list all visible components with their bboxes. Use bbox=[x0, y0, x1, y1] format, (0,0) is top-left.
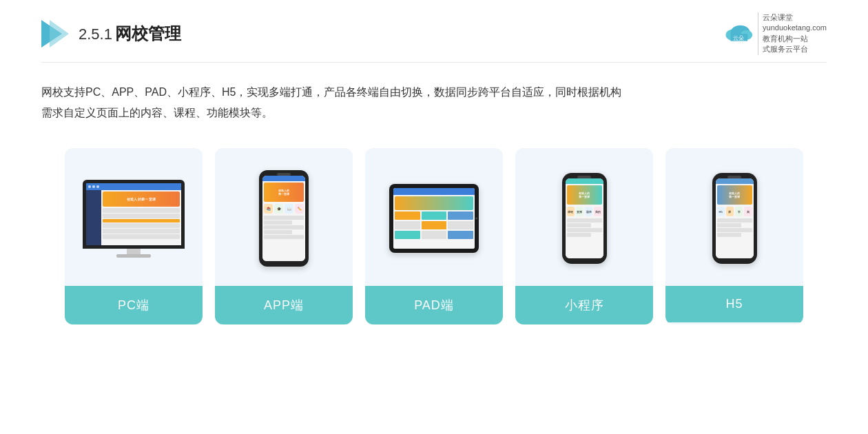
phone-mockup-mini: 创造人的第一堂课 课程 直播 题库 我的 bbox=[562, 173, 607, 264]
description-line2: 需求自定义页面上的内容、课程、功能模块等。 bbox=[41, 103, 827, 123]
svg-marker-1 bbox=[50, 20, 69, 48]
card-pc-image: 创造人的第一堂课 bbox=[65, 148, 203, 286]
title-number: 2.5.1 bbox=[79, 25, 112, 43]
tablet-mockup bbox=[389, 184, 479, 253]
card-pc: 创造人的第一堂课 bbox=[65, 148, 203, 324]
card-miniprogram: 创造人的第一堂课 课程 直播 题库 我的 bbox=[515, 148, 653, 324]
card-miniprogram-label: 小程序 bbox=[515, 286, 653, 324]
brand-name: 云朵课堂 bbox=[763, 12, 827, 23]
card-app-image: 创造人的第一堂课 📚 🎓 📖 ✏️ bbox=[215, 148, 353, 286]
card-pc-label: PC端 bbox=[65, 286, 203, 324]
brand-tagline: 教育机构一站 式服务云平台 bbox=[763, 34, 827, 55]
header-left: 2.5.1 网校管理 bbox=[41, 20, 181, 48]
monitor-mockup: 创造人的第一堂课 bbox=[83, 180, 185, 258]
description-line1: 网校支持PC、APP、PAD、小程序、H5，实现多端打通，产品各终端自由切换，数… bbox=[41, 82, 827, 103]
description-block: 网校支持PC、APP、PAD、小程序、H5，实现多端打通，产品各终端自由切换，数… bbox=[41, 82, 827, 124]
phone-mockup-app: 创造人的第一堂课 📚 🎓 📖 ✏️ bbox=[259, 170, 309, 267]
card-h5-label: H5 bbox=[665, 286, 803, 322]
main-page: 2.5.1 网校管理 云朵 云朵课堂 yunduoketang.com bbox=[0, 0, 868, 434]
card-pad-image bbox=[365, 148, 503, 286]
brand-logo: 云朵 云朵课堂 yunduoketang.com 教育机构一站 式服务云平台 bbox=[723, 12, 827, 55]
title-section: 2.5.1 网校管理 bbox=[79, 23, 181, 45]
card-pad-label: PAD端 bbox=[365, 286, 503, 324]
card-h5-image: 创造人的第一堂课 H5 课 学 我 bbox=[665, 148, 803, 286]
header: 2.5.1 网校管理 云朵 云朵课堂 yunduoketang.com bbox=[41, 0, 827, 63]
brand-website: yunduoketang.com bbox=[763, 23, 827, 33]
card-app: 创造人的第一堂课 📚 🎓 📖 ✏️ bbox=[215, 148, 353, 324]
card-pad: PAD端 bbox=[365, 148, 503, 324]
header-right: 云朵 云朵课堂 yunduoketang.com 教育机构一站 式服务云平台 bbox=[723, 12, 827, 55]
card-miniprogram-image: 创造人的第一堂课 课程 直播 题库 我的 bbox=[515, 148, 653, 286]
brand-text: 云朵课堂 yunduoketang.com 教育机构一站 式服务云平台 bbox=[758, 12, 827, 55]
brand-icon: 云朵 bbox=[723, 21, 754, 47]
phone-mockup-h5: 创造人的第一堂课 H5 课 学 我 bbox=[712, 173, 757, 264]
platform-cards: 创造人的第一堂课 bbox=[41, 148, 827, 324]
card-app-label: APP端 bbox=[215, 286, 353, 324]
page-title: 网校管理 bbox=[115, 23, 181, 45]
card-h5: 创造人的第一堂课 H5 课 学 我 bbox=[665, 148, 803, 324]
logo-arrow-icon bbox=[41, 20, 69, 48]
svg-text:云朵: 云朵 bbox=[733, 35, 744, 41]
